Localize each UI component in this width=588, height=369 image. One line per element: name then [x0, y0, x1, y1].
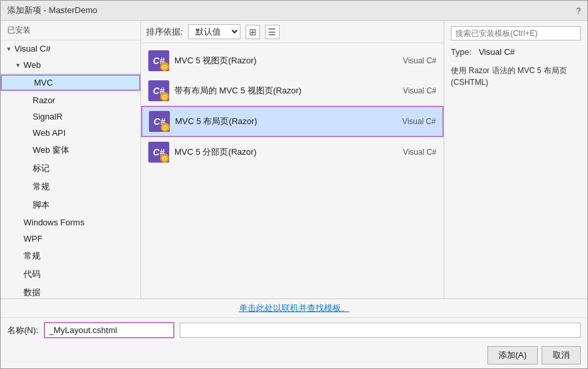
template-item-mvc5-layout-view[interactable]: C# @ 带有布局的 MVC 5 视图页(Razor) Visual C#	[141, 76, 444, 106]
installed-header: 已安装	[1, 21, 140, 40]
right-description: 使用 Razor 语法的 MVC 5 布局页(CSHTML)	[451, 65, 581, 88]
tree-label-mvc: MVC	[34, 78, 53, 88]
tree-item-normal[interactable]: 常规	[1, 247, 140, 265]
add-button[interactable]: 添加(A)	[487, 346, 538, 364]
tree-label-common: 常规	[33, 181, 50, 193]
cancel-button[interactable]: 取消	[542, 346, 581, 364]
type-value: Visual C#	[479, 47, 515, 57]
bottom-buttons-row: 添加(A) 取消	[1, 342, 587, 368]
tree-item-signalr[interactable]: SignalR	[1, 108, 140, 125]
template-item-mvc5-partial[interactable]: C# @ MVC 5 分部页(Razor) Visual C#	[141, 137, 444, 167]
tree-label-web: Web	[24, 60, 41, 70]
type-label: Type:	[451, 47, 472, 57]
tree-label-visual-csharp: Visual C#	[14, 44, 50, 54]
tree-item-windows-forms[interactable]: Windows Forms	[1, 214, 140, 231]
template-item-mvc5-layout[interactable]: C# @ MVC 5 布局页(Razor) Visual C#	[141, 106, 444, 137]
help-icon[interactable]: ?	[576, 6, 581, 16]
tree-item-wpf[interactable]: WPF	[1, 231, 140, 247]
tree-item-mvc[interactable]: MVC	[1, 73, 140, 92]
center-panel: 排序依据: 默认值 名称 类型 ⊞ ☰ C#	[141, 21, 444, 298]
tree-label-razor: Razor	[33, 95, 56, 105]
help-button[interactable]: ?	[576, 6, 581, 16]
template-name-mvc5-layout: MVC 5 布局页(Razor)	[175, 116, 390, 127]
center-toolbar: 排序依据: 默认值 名称 类型 ⊞ ☰	[141, 21, 444, 43]
tree-item-visual-csharp[interactable]: ▼ Visual C#	[1, 40, 140, 57]
right-type-row: Type: Visual C#	[451, 47, 581, 57]
tree-item-razor[interactable]: Razor	[1, 92, 140, 108]
right-panel: Type: Visual C# 使用 Razor 语法的 MVC 5 布局页(C…	[444, 21, 587, 298]
dialog-title: 添加新项 - MasterDemo	[7, 5, 97, 16]
name-label: 名称(N):	[7, 325, 39, 336]
expand-icon: ▼	[6, 46, 12, 52]
at-icon4: @	[160, 153, 169, 163]
template-lang-mvc5-partial: Visual C#	[391, 148, 436, 157]
search-input[interactable]	[451, 26, 581, 40]
tree-item-script[interactable]: 脚本	[1, 196, 140, 214]
tree-label-windows-forms: Windows Forms	[24, 217, 84, 227]
tree-scroll[interactable]: ▼ Visual C# ▼ Web MVC	[1, 40, 140, 298]
tree-label-data: 数据	[24, 287, 41, 298]
at-icon2: @	[160, 92, 169, 101]
grid-view-button[interactable]: ⊞	[246, 25, 260, 39]
left-panel: 已安装 ▼ Visual C# ▼ Web	[1, 21, 141, 298]
template-name-mvc5-view: MVC 5 视图页(Razor)	[174, 55, 391, 67]
tree-item-web-media[interactable]: Web 窗体	[1, 141, 140, 159]
template-item-mvc5-view[interactable]: C# @ MVC 5 视图页(Razor) Visual C#	[141, 46, 444, 76]
template-lang-mvc5-layout: Visual C#	[390, 117, 436, 126]
name-extra-input[interactable]	[180, 323, 581, 338]
online-templates-link[interactable]: 单击此处以联机并查找模板。	[239, 303, 350, 313]
sort-label: 排序依据:	[146, 26, 183, 38]
tree-label-script: 脚本	[33, 199, 50, 211]
template-lang-mvc5-layout-view: Visual C#	[391, 86, 436, 95]
name-input[interactable]	[44, 322, 174, 338]
template-icon-mvc5-view: C# @	[148, 50, 169, 71]
tree-label-normal: 常规	[24, 250, 41, 262]
title-bar-left: 添加新项 - MasterDemo	[7, 5, 97, 16]
grid-icon: ⊞	[249, 27, 257, 37]
list-icon: ☰	[268, 27, 276, 37]
tree-item-tags[interactable]: 标记	[1, 159, 140, 178]
at-icon3: @	[161, 123, 170, 132]
bottom-area: 单击此处以联机并查找模板。 名称(N): 添加(A) 取消	[1, 298, 587, 368]
tree-label-signalr: SignalR	[33, 112, 63, 121]
tree-item-code[interactable]: 代码	[1, 265, 140, 283]
template-name-mvc5-layout-view: 带有布局的 MVC 5 视图页(Razor)	[174, 85, 391, 97]
tree-label-code: 代码	[24, 268, 41, 280]
template-icon-mvc5-layout: C# @	[149, 111, 170, 132]
template-name-mvc5-partial: MVC 5 分部页(Razor)	[174, 146, 391, 158]
tree-item-common[interactable]: 常规	[1, 178, 140, 196]
template-icon-mvc5-layout-view: C# @	[148, 80, 169, 101]
tree-label-web-media: Web 窗体	[33, 144, 69, 156]
at-icon: @	[160, 62, 169, 71]
tree-item-web[interactable]: ▼ Web	[1, 57, 140, 73]
tree-label-web-api: Web API	[33, 128, 65, 138]
template-lang-mvc5-view: Visual C#	[391, 56, 436, 65]
tree-item-data[interactable]: 数据	[1, 283, 140, 298]
tree-label-tags: 标记	[33, 163, 50, 174]
add-new-item-dialog: 添加新项 - MasterDemo ? 已安装 ▼ Visual C#	[0, 0, 588, 369]
list-view-button[interactable]: ☰	[265, 25, 280, 39]
title-bar: 添加新项 - MasterDemo ?	[1, 1, 587, 21]
template-icon-mvc5-partial: C# @	[148, 142, 169, 163]
installed-label: 已安装	[7, 25, 31, 35]
expand-icon-web: ▼	[15, 62, 22, 69]
bottom-link-row: 单击此处以联机并查找模板。	[1, 299, 587, 318]
tree-label-wpf: WPF	[24, 234, 42, 244]
sort-select[interactable]: 默认值 名称 类型	[188, 24, 240, 39]
tree-item-web-api[interactable]: Web API	[1, 125, 140, 141]
template-list[interactable]: C# @ MVC 5 视图页(Razor) Visual C# C# @	[141, 43, 444, 298]
bottom-name-row: 名称(N):	[1, 318, 587, 342]
main-content: 已安装 ▼ Visual C# ▼ Web	[1, 21, 587, 298]
